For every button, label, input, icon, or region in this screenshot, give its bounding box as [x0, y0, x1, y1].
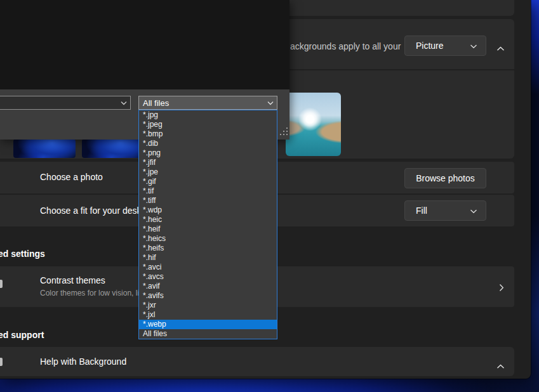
- file-type-option[interactable]: *.dib: [139, 139, 277, 148]
- help-title: Help with Background: [40, 356, 126, 367]
- file-type-option[interactable]: *.heics: [139, 234, 277, 244]
- file-type-combobox[interactable]: All files: [138, 96, 277, 110]
- file-type-option[interactable]: *.heic: [139, 215, 277, 225]
- related-settings-header: ed settings: [0, 249, 45, 259]
- file-type-option[interactable]: *.jfif: [139, 158, 277, 167]
- current-background-preview[interactable]: [286, 93, 341, 156]
- recent-image-thumbnail[interactable]: [13, 139, 76, 158]
- file-type-option[interactable]: *.tif: [139, 186, 277, 196]
- file-type-list: *.jpg*.jpeg*.bmp*.dib*.png*.jfif*.jpe*.g…: [138, 110, 277, 339]
- file-type-option[interactable]: *.jpe: [139, 167, 277, 177]
- file-name-input[interactable]: [0, 98, 117, 108]
- help-icon: [0, 358, 3, 366]
- file-type-option[interactable]: *.wdp: [139, 206, 277, 215]
- help-with-background-row[interactable]: Help with Background: [0, 347, 514, 376]
- file-type-option[interactable]: All files: [139, 329, 277, 339]
- desktop: ackgrounds apply to all your Picture Cho…: [0, 0, 539, 392]
- file-type-option[interactable]: *.webp: [139, 320, 277, 329]
- chevron-up-icon[interactable]: [496, 42, 505, 54]
- file-type-option[interactable]: *.jxl: [139, 310, 277, 320]
- file-name-combobox[interactable]: [0, 96, 131, 110]
- file-type-option[interactable]: *.tiff: [139, 196, 277, 206]
- browse-photos-button[interactable]: Browse photos: [404, 168, 486, 188]
- fit-value: Fill: [416, 206, 427, 216]
- chevron-down-icon: [470, 206, 477, 216]
- file-type-option[interactable]: *.heifs: [139, 244, 277, 253]
- file-type-selected-value: All files: [143, 98, 264, 108]
- chevron-down-icon[interactable]: [264, 101, 277, 105]
- background-type-dropdown[interactable]: Picture: [404, 36, 486, 56]
- chevron-down-icon: [470, 41, 477, 51]
- file-type-option[interactable]: *.heif: [139, 225, 277, 234]
- contrast-themes-title: Contrast themes: [40, 275, 105, 285]
- chevron-right-icon: [499, 283, 504, 294]
- file-type-option[interactable]: *.jpeg: [139, 120, 277, 129]
- file-type-option[interactable]: *.avif: [139, 282, 277, 291]
- chevron-down-icon[interactable]: [117, 101, 130, 105]
- file-type-option[interactable]: *.avcs: [139, 272, 277, 282]
- choose-photo-label: Choose a photo: [40, 172, 103, 182]
- chevron-up-icon[interactable]: [496, 360, 505, 372]
- browse-photos-label: Browse photos: [416, 173, 475, 183]
- file-type-option[interactable]: *.jxr: [139, 301, 277, 310]
- background-description-fragment: ackgrounds apply to all your: [290, 41, 401, 51]
- related-support-header: ed support: [0, 330, 44, 340]
- recent-image-thumbnail[interactable]: [82, 139, 144, 158]
- file-type-option[interactable]: *.avci: [139, 263, 277, 272]
- file-type-option[interactable]: *.hif: [139, 253, 277, 263]
- resize-grip-icon[interactable]: [280, 127, 288, 138]
- file-type-option[interactable]: *.avifs: [139, 291, 277, 301]
- contrast-themes-icon: [0, 280, 3, 288]
- background-type-value: Picture: [416, 41, 444, 51]
- file-type-option[interactable]: *.gif: [139, 177, 277, 186]
- fit-dropdown[interactable]: Fill: [404, 200, 486, 221]
- file-type-option[interactable]: *.jpg: [139, 110, 277, 120]
- file-type-option[interactable]: *.bmp: [139, 129, 277, 139]
- file-type-option[interactable]: *.png: [139, 148, 277, 158]
